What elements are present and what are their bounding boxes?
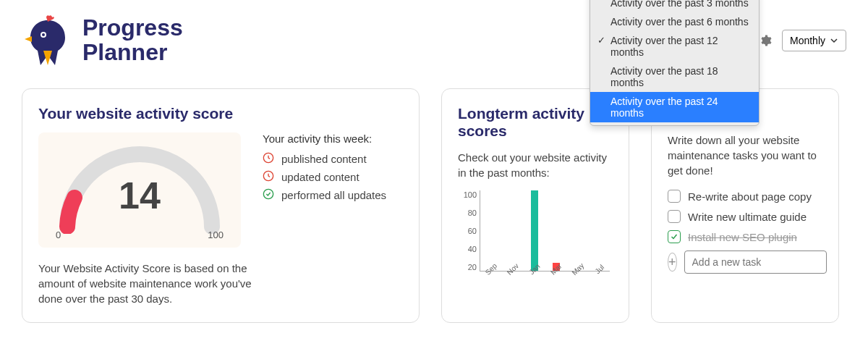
todo-label: Write new ultimate guide bbox=[688, 211, 807, 223]
range-option[interactable]: Activity over the past 12 months bbox=[590, 31, 759, 62]
todo-item: Install new SEO plugin bbox=[668, 230, 822, 243]
score-gauge: 14 0 100 bbox=[38, 132, 241, 248]
chevron-down-icon bbox=[830, 36, 838, 45]
svg-point-4 bbox=[263, 189, 273, 198]
activity-item-label: updated content bbox=[281, 171, 359, 183]
logo-text-line2: Planner bbox=[82, 41, 183, 65]
chart-slot bbox=[524, 190, 545, 271]
chart-slot bbox=[545, 190, 566, 271]
score-value: 14 bbox=[119, 174, 161, 217]
logo-rooster-icon bbox=[22, 14, 74, 67]
activity-item-label: performed all updates bbox=[281, 189, 386, 201]
gear-icon[interactable] bbox=[759, 34, 772, 47]
check-circle-icon bbox=[263, 188, 274, 202]
y-tick: 40 bbox=[458, 245, 477, 253]
chart-slot bbox=[480, 190, 502, 271]
chart-slot bbox=[502, 190, 524, 271]
todo-checkbox[interactable] bbox=[668, 230, 681, 243]
chart-slot bbox=[588, 190, 610, 271]
y-tick: 60 bbox=[458, 227, 477, 235]
range-option[interactable]: Activity over the past 6 months bbox=[590, 12, 759, 31]
range-option[interactable]: Activity over the past 18 months bbox=[590, 62, 759, 92]
interval-select[interactable]: Monthly bbox=[782, 30, 846, 51]
y-tick: 100 bbox=[458, 190, 477, 199]
activity-item: performed all updates bbox=[263, 188, 403, 202]
score-description: Your Website Activity Score is based on … bbox=[38, 261, 255, 306]
todo-checkbox[interactable] bbox=[668, 190, 681, 203]
activity-item: updated content bbox=[263, 170, 403, 184]
interval-label: Monthly bbox=[790, 35, 825, 46]
longterm-chart: 10080604020 SepNovJanMarMayJul bbox=[458, 190, 610, 292]
bar-series1 bbox=[531, 190, 538, 271]
activity-score-card: Your website activity score 14 0 100 You… bbox=[22, 88, 420, 323]
logo-text-line1: Progress bbox=[82, 16, 183, 41]
todo-label: Install new SEO plugin bbox=[688, 231, 797, 243]
add-task-input[interactable] bbox=[684, 251, 827, 274]
range-option[interactable]: Activity over the past 24 months bbox=[590, 92, 759, 122]
score-title: Your website activity score bbox=[38, 105, 403, 122]
activity-week-title: Your activity this week: bbox=[263, 132, 403, 145]
range-option[interactable]: Activity over the past 3 months bbox=[590, 0, 759, 12]
activity-item-label: published content bbox=[281, 153, 367, 165]
y-tick: 20 bbox=[458, 263, 477, 272]
todo-desc: Write down all your website maintenance … bbox=[668, 132, 822, 178]
longterm-desc: Check out your website activity in the p… bbox=[458, 150, 613, 180]
activity-item: published content bbox=[263, 152, 403, 166]
clock-icon bbox=[263, 152, 274, 166]
gauge-max: 100 bbox=[208, 230, 224, 240]
chart-slot bbox=[566, 190, 588, 271]
add-task-button[interactable]: + bbox=[668, 253, 677, 272]
todo-item: Write new ultimate guide bbox=[668, 210, 822, 223]
todo-item: Re-write about page copy bbox=[668, 190, 822, 203]
y-tick: 80 bbox=[458, 209, 477, 217]
clock-icon bbox=[263, 170, 274, 184]
range-dropdown[interactable]: Activity over the past 3 monthsActivity … bbox=[590, 0, 760, 126]
svg-point-1 bbox=[42, 33, 45, 36]
todo-checkbox[interactable] bbox=[668, 210, 681, 223]
gauge-min: 0 bbox=[56, 230, 61, 240]
todo-label: Re-write about page copy bbox=[688, 190, 812, 203]
app-logo: Progress Planner bbox=[22, 14, 183, 67]
